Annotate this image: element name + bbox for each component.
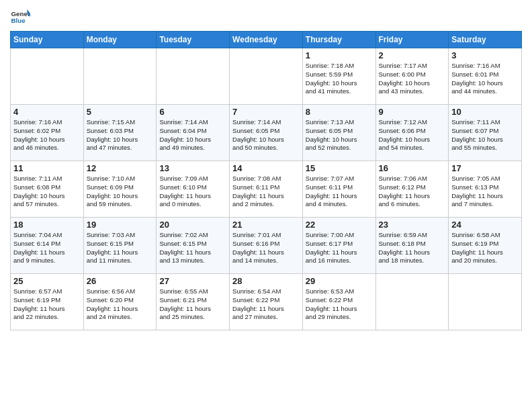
calendar-week-row: 18Sunrise: 7:04 AMSunset: 6:14 PMDayligh… [11, 218, 522, 274]
day-info: Sunrise: 7:11 AMSunset: 6:08 PMDaylight:… [13, 175, 81, 209]
calendar-cell: 10Sunrise: 7:11 AMSunset: 6:07 PMDayligh… [449, 105, 522, 161]
day-info: Sunrise: 7:03 AMSunset: 6:15 PMDaylight:… [87, 231, 154, 265]
calendar-cell: 11Sunrise: 7:11 AMSunset: 6:08 PMDayligh… [11, 161, 84, 218]
calendar-cell: 9Sunrise: 7:12 AMSunset: 6:06 PMDaylight… [375, 105, 449, 161]
calendar-cell: 4Sunrise: 7:16 AMSunset: 6:02 PMDaylight… [11, 105, 84, 161]
day-number: 6 [159, 107, 226, 117]
day-number: 27 [159, 276, 226, 286]
calendar-cell: 20Sunrise: 7:02 AMSunset: 6:15 PMDayligh… [157, 218, 230, 274]
day-number: 12 [87, 163, 154, 173]
calendar-cell: 12Sunrise: 7:10 AMSunset: 6:09 PMDayligh… [83, 161, 157, 218]
day-number: 16 [379, 163, 446, 173]
calendar-table: SundayMondayTuesdayWednesdayThursdayFrid… [10, 31, 522, 330]
weekday-header: Tuesday [157, 32, 230, 48]
day-info: Sunrise: 7:12 AMSunset: 6:06 PMDaylight:… [379, 118, 446, 152]
day-info: Sunrise: 6:57 AMSunset: 6:19 PMDaylight:… [13, 287, 81, 322]
day-info: Sunrise: 7:15 AMSunset: 6:03 PMDaylight:… [87, 118, 154, 152]
day-info: Sunrise: 7:16 AMSunset: 6:02 PMDaylight:… [13, 118, 81, 152]
day-info: Sunrise: 6:54 AMSunset: 6:22 PMDaylight:… [232, 287, 300, 322]
calendar-cell: 6Sunrise: 7:14 AMSunset: 6:04 PMDaylight… [157, 105, 230, 161]
weekday-header: Saturday [449, 32, 522, 48]
calendar-week-row: 1Sunrise: 7:18 AMSunset: 5:59 PMDaylight… [11, 48, 522, 105]
weekday-header: Thursday [302, 32, 375, 48]
calendar-cell: 5Sunrise: 7:15 AMSunset: 6:03 PMDaylight… [83, 105, 157, 161]
day-info: Sunrise: 6:56 AMSunset: 6:20 PMDaylight:… [87, 287, 154, 322]
day-info: Sunrise: 7:00 AMSunset: 6:17 PMDaylight:… [306, 231, 373, 265]
day-number: 22 [306, 220, 373, 230]
calendar-cell: 17Sunrise: 7:05 AMSunset: 6:13 PMDayligh… [449, 161, 522, 218]
logo: General Blue [10, 7, 33, 27]
calendar-cell: 19Sunrise: 7:03 AMSunset: 6:15 PMDayligh… [83, 218, 157, 274]
day-info: Sunrise: 7:02 AMSunset: 6:15 PMDaylight:… [159, 231, 226, 265]
day-info: Sunrise: 6:58 AMSunset: 6:19 PMDaylight:… [451, 231, 519, 265]
day-number: 9 [379, 107, 446, 117]
day-number: 4 [13, 107, 81, 117]
calendar-cell: 27Sunrise: 6:55 AMSunset: 6:21 PMDayligh… [157, 274, 230, 330]
day-number: 26 [87, 276, 154, 286]
day-info: Sunrise: 7:07 AMSunset: 6:11 PMDaylight:… [306, 175, 373, 209]
header: General Blue [10, 7, 522, 27]
calendar-cell [449, 274, 522, 330]
day-info: Sunrise: 7:13 AMSunset: 6:05 PMDaylight:… [306, 118, 373, 152]
day-number: 5 [87, 107, 154, 117]
day-number: 10 [451, 107, 519, 117]
day-number: 8 [306, 107, 373, 117]
day-number: 2 [379, 50, 446, 60]
logo-icon: General Blue [10, 7, 30, 27]
day-info: Sunrise: 7:04 AMSunset: 6:14 PMDaylight:… [13, 231, 81, 265]
calendar-cell: 25Sunrise: 6:57 AMSunset: 6:19 PMDayligh… [11, 274, 84, 330]
day-info: Sunrise: 6:59 AMSunset: 6:18 PMDaylight:… [379, 231, 446, 265]
day-number: 19 [87, 220, 154, 230]
day-number: 28 [232, 276, 300, 286]
calendar-cell: 7Sunrise: 7:14 AMSunset: 6:05 PMDaylight… [230, 105, 303, 161]
calendar-week-row: 25Sunrise: 6:57 AMSunset: 6:19 PMDayligh… [11, 274, 522, 330]
calendar-cell: 3Sunrise: 7:16 AMSunset: 6:01 PMDaylight… [449, 48, 522, 105]
day-number: 29 [306, 276, 373, 286]
day-number: 24 [451, 220, 519, 230]
day-number: 15 [306, 163, 373, 173]
calendar-week-row: 4Sunrise: 7:16 AMSunset: 6:02 PMDaylight… [11, 105, 522, 161]
day-number: 1 [306, 50, 373, 60]
calendar-cell: 2Sunrise: 7:17 AMSunset: 6:00 PMDaylight… [375, 48, 449, 105]
day-number: 21 [232, 220, 300, 230]
calendar-cell [11, 48, 84, 105]
day-info: Sunrise: 7:14 AMSunset: 6:04 PMDaylight:… [159, 118, 226, 152]
calendar-cell: 13Sunrise: 7:09 AMSunset: 6:10 PMDayligh… [157, 161, 230, 218]
calendar-header-row: SundayMondayTuesdayWednesdayThursdayFrid… [11, 32, 522, 48]
day-info: Sunrise: 7:06 AMSunset: 6:12 PMDaylight:… [379, 175, 446, 209]
page: General Blue SundayMondayTuesdayWednesda… [0, 0, 532, 337]
calendar-cell: 8Sunrise: 7:13 AMSunset: 6:05 PMDaylight… [302, 105, 375, 161]
day-info: Sunrise: 7:10 AMSunset: 6:09 PMDaylight:… [87, 175, 154, 209]
calendar-cell: 16Sunrise: 7:06 AMSunset: 6:12 PMDayligh… [375, 161, 449, 218]
calendar-cell: 24Sunrise: 6:58 AMSunset: 6:19 PMDayligh… [449, 218, 522, 274]
calendar-cell [230, 48, 303, 105]
calendar-week-row: 11Sunrise: 7:11 AMSunset: 6:08 PMDayligh… [11, 161, 522, 218]
day-info: Sunrise: 6:53 AMSunset: 6:22 PMDaylight:… [306, 287, 373, 322]
day-info: Sunrise: 7:18 AMSunset: 5:59 PMDaylight:… [306, 62, 373, 96]
day-info: Sunrise: 7:05 AMSunset: 6:13 PMDaylight:… [451, 175, 519, 209]
day-number: 25 [13, 276, 81, 286]
day-info: Sunrise: 7:01 AMSunset: 6:16 PMDaylight:… [232, 231, 300, 265]
day-info: Sunrise: 7:14 AMSunset: 6:05 PMDaylight:… [232, 118, 300, 152]
calendar-cell [157, 48, 230, 105]
day-number: 18 [13, 220, 81, 230]
calendar-cell: 15Sunrise: 7:07 AMSunset: 6:11 PMDayligh… [302, 161, 375, 218]
calendar-cell: 23Sunrise: 6:59 AMSunset: 6:18 PMDayligh… [375, 218, 449, 274]
day-number: 3 [451, 50, 519, 60]
calendar-cell: 26Sunrise: 6:56 AMSunset: 6:20 PMDayligh… [83, 274, 157, 330]
day-info: Sunrise: 6:55 AMSunset: 6:21 PMDaylight:… [159, 287, 226, 322]
weekday-header: Friday [375, 32, 449, 48]
svg-text:Blue: Blue [11, 17, 26, 24]
day-number: 13 [159, 163, 226, 173]
calendar-cell [375, 274, 449, 330]
day-info: Sunrise: 7:16 AMSunset: 6:01 PMDaylight:… [451, 62, 519, 96]
calendar-cell: 14Sunrise: 7:08 AMSunset: 6:11 PMDayligh… [230, 161, 303, 218]
calendar-cell: 21Sunrise: 7:01 AMSunset: 6:16 PMDayligh… [230, 218, 303, 274]
calendar-cell: 22Sunrise: 7:00 AMSunset: 6:17 PMDayligh… [302, 218, 375, 274]
day-number: 23 [379, 220, 446, 230]
weekday-header: Monday [83, 32, 157, 48]
calendar-cell [83, 48, 157, 105]
day-number: 14 [232, 163, 300, 173]
calendar-cell: 18Sunrise: 7:04 AMSunset: 6:14 PMDayligh… [11, 218, 84, 274]
day-info: Sunrise: 7:11 AMSunset: 6:07 PMDaylight:… [451, 118, 519, 152]
